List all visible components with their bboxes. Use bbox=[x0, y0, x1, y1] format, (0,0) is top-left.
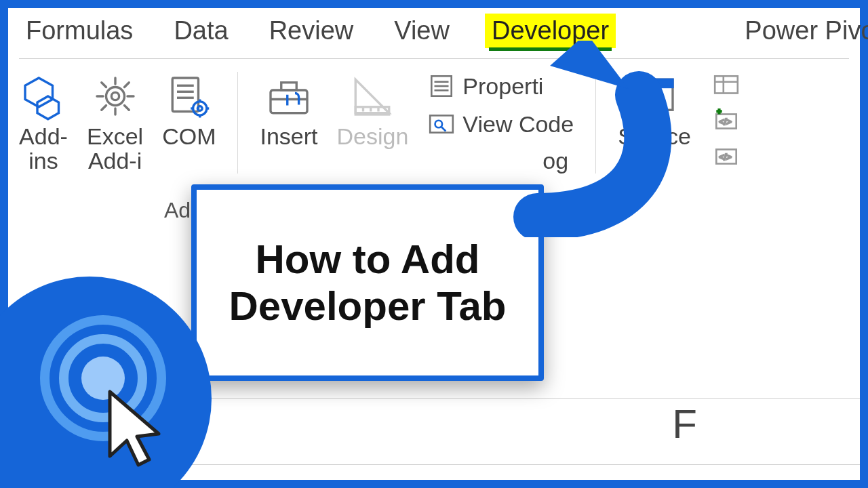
tab-powerpivot[interactable]: Power Pivot bbox=[739, 14, 868, 48]
insert-button[interactable]: Insert bbox=[260, 72, 317, 149]
svg-line-10 bbox=[124, 83, 129, 87]
run-dialog-button[interactable]: og bbox=[427, 148, 574, 174]
tab-review[interactable]: Review bbox=[264, 14, 359, 48]
tab-view[interactable]: View bbox=[389, 14, 455, 48]
svg-rect-39 bbox=[636, 79, 673, 87]
ribbon-separator bbox=[237, 72, 238, 174]
refresh-data-icon: </> bbox=[710, 142, 743, 171]
svg-rect-23 bbox=[281, 83, 297, 90]
svg-text:</>: </> bbox=[719, 117, 731, 127]
svg-point-36 bbox=[435, 121, 443, 128]
tutorial-frame: Formulas Data Review View Developer Help… bbox=[0, 0, 868, 488]
svg-line-11 bbox=[101, 106, 106, 110]
svg-point-16 bbox=[193, 102, 206, 115]
design-mode-button[interactable]: Design bbox=[337, 72, 409, 149]
map-properties-icon bbox=[710, 72, 743, 100]
ruler-icon bbox=[348, 72, 397, 121]
excel-addins-button[interactable]: Excel Add-i bbox=[87, 72, 143, 173]
svg-marker-1 bbox=[37, 96, 59, 119]
com-label: COM bbox=[162, 125, 216, 149]
properties-button[interactable]: Properti bbox=[427, 72, 574, 100]
svg-rect-41 bbox=[646, 101, 656, 107]
excel-addins-label: Excel Add-i bbox=[87, 125, 143, 173]
svg-point-2 bbox=[106, 87, 124, 106]
view-code-icon bbox=[427, 110, 456, 138]
tab-data[interactable]: Data bbox=[168, 14, 233, 48]
svg-rect-22 bbox=[271, 90, 307, 113]
svg-rect-27 bbox=[356, 107, 390, 115]
insert-label: Insert bbox=[260, 125, 317, 149]
svg-line-37 bbox=[441, 127, 446, 131]
run-dialog-label: og bbox=[542, 148, 568, 174]
source-label: Source bbox=[618, 125, 691, 149]
gear-icon bbox=[91, 72, 140, 121]
com-icon bbox=[165, 72, 214, 121]
svg-rect-40 bbox=[641, 92, 652, 98]
tab-divider bbox=[19, 58, 849, 59]
addins-label: Add- ins bbox=[19, 125, 68, 173]
properties-icon bbox=[427, 72, 456, 100]
tutorial-title-line2: Developer Tab bbox=[229, 283, 506, 329]
channel-logo bbox=[0, 277, 212, 488]
addins-button[interactable]: Add- ins bbox=[19, 72, 68, 173]
tutorial-title-card: How to Add Developer Tab bbox=[191, 184, 544, 381]
xml-subgroup: </> </> bbox=[710, 72, 743, 171]
ribbon-separator-2 bbox=[595, 72, 596, 174]
source-icon bbox=[630, 72, 679, 121]
design-label: Design bbox=[337, 125, 409, 149]
controls-subgroup: Properti View Code og bbox=[427, 72, 574, 174]
svg-line-9 bbox=[124, 106, 129, 110]
source-button[interactable]: Source bbox=[618, 72, 691, 149]
toolbox-icon bbox=[264, 72, 313, 121]
svg-point-55 bbox=[81, 357, 125, 400]
expansion-icon: </> bbox=[710, 107, 743, 136]
com-addins-button[interactable]: COM bbox=[162, 72, 216, 149]
tutorial-title-line1: How to Add bbox=[255, 237, 479, 282]
column-header-f[interactable]: F bbox=[672, 401, 697, 447]
excel-window: Formulas Data Review View Developer Help… bbox=[8, 8, 860, 480]
tab-formulas[interactable]: Formulas bbox=[20, 14, 138, 48]
view-code-button[interactable]: View Code bbox=[427, 110, 574, 138]
svg-point-17 bbox=[197, 106, 202, 111]
tab-developer[interactable]: Developer bbox=[485, 14, 616, 48]
view-code-label: View Code bbox=[462, 111, 574, 138]
svg-text:</>: </> bbox=[719, 152, 731, 162]
addins-icon bbox=[19, 72, 68, 121]
svg-point-3 bbox=[111, 92, 119, 100]
properties-label: Properti bbox=[462, 73, 543, 100]
svg-rect-42 bbox=[715, 76, 738, 93]
ribbon-tabbar: Formulas Data Review View Developer Help… bbox=[8, 14, 860, 55]
svg-line-8 bbox=[101, 83, 106, 87]
